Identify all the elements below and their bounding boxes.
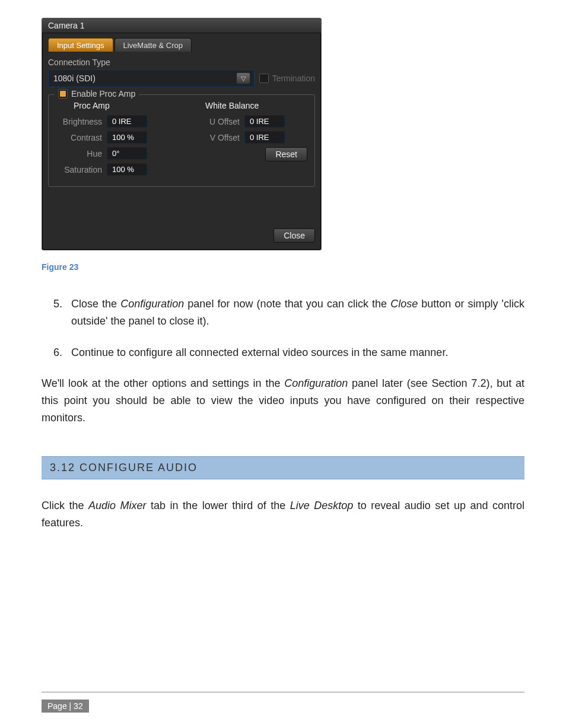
proc-amp-group: Enable Proc Amp Proc Amp Brightness 0 IR… <box>48 94 315 187</box>
dropdown-toggle[interactable]: ▽ <box>236 72 250 84</box>
text-italic: Audio Mixer <box>88 500 147 511</box>
hue-row: Hue 0° <box>56 147 170 160</box>
v-offset-label: V Offset <box>193 133 240 142</box>
camera-config-panel: Camera 1 Input Settings LiveMatte & Crop… <box>42 18 322 250</box>
text: Click the <box>42 500 88 511</box>
proc-amp-columns: Proc Amp Brightness 0 IRE Contrast 100 %… <box>56 101 307 179</box>
enable-proc-amp-checkbox[interactable] <box>58 89 68 98</box>
reset-button[interactable]: Reset <box>265 147 307 161</box>
proc-amp-heading: Proc Amp <box>56 101 170 110</box>
enable-proc-amp-label: Enable Proc Amp <box>71 89 135 98</box>
panel-title: Camera 1 <box>42 18 321 33</box>
v-offset-input[interactable]: 0 IRE <box>244 131 285 144</box>
proc-amp-column: Proc Amp Brightness 0 IRE Contrast 100 %… <box>56 101 170 179</box>
text-italic: Close <box>390 298 418 310</box>
text-italic: Configuration <box>284 377 348 389</box>
section-heading: 3.12 CONFIGURE AUDIO <box>42 456 524 479</box>
u-offset-label: U Offset <box>193 117 240 126</box>
figure-caption: Figure 23 <box>42 262 524 272</box>
connection-type-select[interactable]: 1080i (SDI) ▽ <box>48 69 255 87</box>
reset-row: Reset <box>193 147 307 161</box>
list-item: Continue to configure all connected exte… <box>65 344 524 361</box>
u-offset-input[interactable]: 0 IRE <box>244 115 285 128</box>
brightness-label: Brightness <box>56 117 102 126</box>
close-button[interactable]: Close <box>274 228 315 243</box>
connection-type-label: Connection Type <box>48 58 315 67</box>
page-number: Page | 32 <box>42 700 89 713</box>
text: Close the <box>71 298 120 310</box>
list-item: Close the Configuration panel for now (n… <box>65 295 524 330</box>
text: We'll look at the other options and sett… <box>42 377 284 389</box>
contrast-row: Contrast 100 % <box>56 131 170 144</box>
saturation-label: Saturation <box>56 165 102 174</box>
tab-livematte-crop[interactable]: LiveMatte & Crop <box>115 38 192 52</box>
saturation-input[interactable]: 100 % <box>107 163 147 176</box>
brightness-row: Brightness 0 IRE <box>56 115 170 128</box>
section-paragraph: Click the Audio Mixer tab in the lower t… <box>42 497 524 532</box>
document-page: Camera 1 Input Settings LiveMatte & Crop… <box>0 0 566 728</box>
panel-body: Input Settings LiveMatte & Crop Connecti… <box>42 33 321 250</box>
text-italic: Live Desktop <box>290 500 354 511</box>
chevron-down-icon: ▽ <box>241 75 246 82</box>
termination-checkbox[interactable] <box>259 74 269 83</box>
text: panel for now (note that you can click t… <box>184 298 390 310</box>
contrast-input[interactable]: 100 % <box>107 131 147 144</box>
tab-bar: Input Settings LiveMatte & Crop <box>48 38 315 52</box>
saturation-row: Saturation 100 % <box>56 163 170 176</box>
instruction-list: Close the Configuration panel for now (n… <box>65 295 524 361</box>
termination-label: Termination <box>272 74 315 83</box>
contrast-label: Contrast <box>56 133 102 142</box>
text: tab in the lower third of the <box>147 500 290 511</box>
hue-input[interactable]: 0° <box>107 147 147 160</box>
brightness-input[interactable]: 0 IRE <box>107 115 147 128</box>
hue-label: Hue <box>56 149 102 158</box>
white-balance-column: White Balance U Offset 0 IRE V Offset 0 … <box>193 101 307 179</box>
connection-type-value: 1080i (SDI) <box>53 74 96 83</box>
text-italic: Configuration <box>120 298 184 310</box>
proc-amp-group-title: Enable Proc Amp <box>55 89 139 98</box>
white-balance-heading: White Balance <box>193 101 307 110</box>
tab-input-settings[interactable]: Input Settings <box>48 38 113 52</box>
footer-divider <box>42 692 524 692</box>
body-paragraph: We'll look at the other options and sett… <box>42 375 524 426</box>
u-offset-row: U Offset 0 IRE <box>193 115 307 128</box>
termination-option: Termination <box>259 74 315 83</box>
panel-footer: Close <box>48 228 315 243</box>
v-offset-row: V Offset 0 IRE <box>193 131 307 144</box>
connection-row: 1080i (SDI) ▽ Termination <box>48 69 315 87</box>
